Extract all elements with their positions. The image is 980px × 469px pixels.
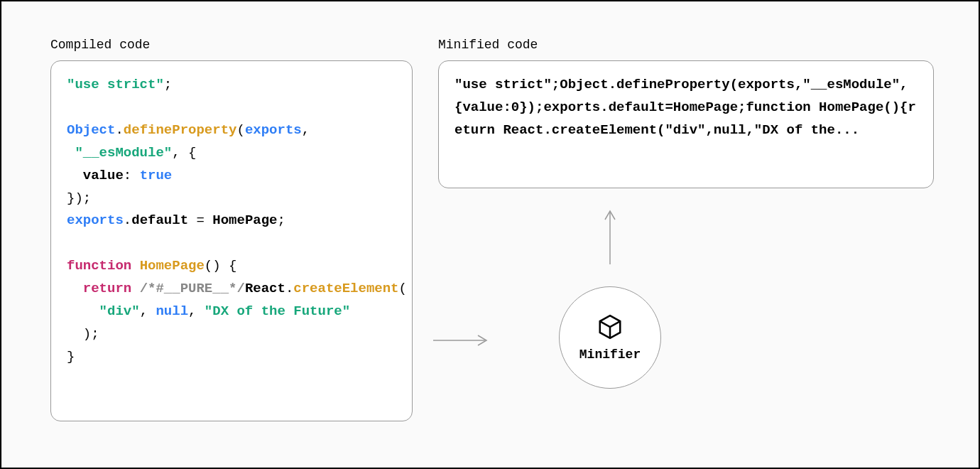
arrow-up-icon [603,204,617,268]
compiled-code-label: Compiled code [50,38,150,52]
diagram-frame: Compiled code Minified code "use strict"… [1,1,979,468]
arrow-right-icon [430,333,494,347]
minified-code-block: "use strict";Object.defineProperty(expor… [454,74,918,142]
minified-code-label: Minified code [438,38,538,52]
minifier-node: Minifier [559,286,661,389]
minified-code-panel: "use strict";Object.defineProperty(expor… [438,60,934,188]
cube-icon [597,313,624,340]
minifier-label: Minifier [579,347,641,362]
compiled-code-panel: "use strict"; Object.defineProperty(expo… [50,60,413,421]
compiled-code-block: "use strict"; Object.defineProperty(expo… [67,74,396,369]
